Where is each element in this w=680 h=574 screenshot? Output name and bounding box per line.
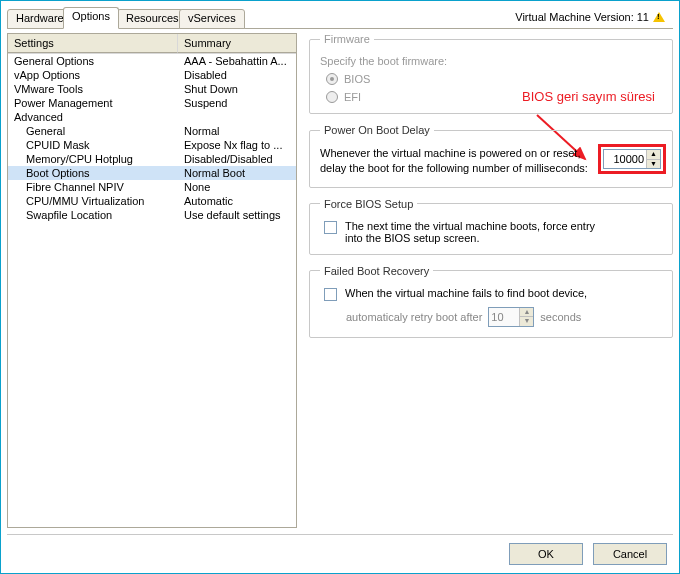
settings-row[interactable]: Swapfile LocationUse default settings — [8, 208, 296, 222]
force-bios-checkbox[interactable] — [324, 221, 337, 234]
settings-row[interactable]: vApp OptionsDisabled — [8, 68, 296, 82]
ok-button[interactable]: OK — [509, 543, 583, 565]
settings-row[interactable]: Fibre Channel NPIVNone — [8, 180, 296, 194]
force-bios-text: The next time the virtual machine boots,… — [345, 220, 605, 244]
boot-delay-up[interactable]: ▲ — [647, 150, 660, 160]
radio-efi-label: EFI — [344, 91, 361, 103]
tab-options[interactable]: Options — [63, 7, 119, 29]
failed-boot-seconds-label: seconds — [540, 311, 581, 323]
failed-boot-legend: Failed Boot Recovery — [320, 265, 433, 277]
settings-row-summary: Automatic — [178, 195, 296, 207]
settings-row-name: CPU/MMU Virtualization — [8, 195, 178, 207]
tab-vservices[interactable]: vServices — [179, 9, 245, 29]
boot-delay-down[interactable]: ▼ — [647, 160, 660, 169]
settings-list: Settings Summary General OptionsAAA - Se… — [7, 33, 297, 528]
settings-row-name: General Options — [8, 55, 178, 67]
radio-bios-label: BIOS — [344, 73, 370, 85]
cancel-button[interactable]: Cancel — [593, 543, 667, 565]
settings-row[interactable]: CPU/MMU VirtualizationAutomatic — [8, 194, 296, 208]
failed-boot-checkbox[interactable] — [324, 288, 337, 301]
failed-boot-spinner: ▲ ▼ — [488, 307, 534, 327]
settings-row[interactable]: Advanced — [8, 110, 296, 124]
boot-delay-highlight: ▲ ▼ — [598, 144, 666, 174]
warning-icon — [653, 12, 665, 22]
settings-row[interactable]: GeneralNormal — [8, 124, 296, 138]
settings-row-name: Advanced — [8, 111, 178, 123]
settings-row-summary: Shut Down — [178, 83, 296, 95]
settings-row-name: vApp Options — [8, 69, 178, 81]
settings-row[interactable]: Memory/CPU HotplugDisabled/Disabled — [8, 152, 296, 166]
settings-row-name: Boot Options — [8, 167, 178, 179]
failed-boot-up: ▲ — [520, 308, 533, 318]
settings-row-summary: Normal Boot — [178, 167, 296, 179]
failed-boot-retry-label: automaticaly retry boot after — [346, 311, 482, 323]
failed-boot-down: ▼ — [520, 317, 533, 326]
settings-row-name: VMware Tools — [8, 83, 178, 95]
radio-efi — [326, 91, 338, 103]
col-header-summary[interactable]: Summary — [178, 34, 296, 53]
boot-delay-spinner[interactable]: ▲ ▼ — [603, 149, 661, 169]
vm-version-label: Virtual Machine Version: 11 — [515, 11, 649, 23]
settings-row-name: CPUID Mask — [8, 139, 178, 151]
firmware-legend: Firmware — [320, 33, 374, 45]
col-header-settings[interactable]: Settings — [8, 34, 178, 53]
force-bios-legend: Force BIOS Setup — [320, 198, 417, 210]
settings-row-summary: Disabled — [178, 69, 296, 81]
boot-delay-text-1: Whenever the virtual machine is powered … — [320, 146, 588, 161]
firmware-specify-label: Specify the boot firmware: — [320, 55, 662, 67]
failed-boot-text: When the virtual machine fails to find b… — [345, 287, 587, 299]
settings-row-summary: None — [178, 181, 296, 193]
settings-row-summary — [178, 111, 296, 123]
boot-delay-group: Power On Boot Delay Whenever the virtual… — [309, 124, 673, 188]
settings-row-summary: Use default settings — [178, 209, 296, 221]
settings-row[interactable]: CPUID MaskExpose Nx flag to ... — [8, 138, 296, 152]
settings-row-summary: Disabled/Disabled — [178, 153, 296, 165]
settings-row-name: Memory/CPU Hotplug — [8, 153, 178, 165]
settings-row-summary: Normal — [178, 125, 296, 137]
settings-row[interactable]: VMware ToolsShut Down — [8, 82, 296, 96]
force-bios-group: Force BIOS Setup The next time the virtu… — [309, 198, 673, 255]
settings-row[interactable]: General OptionsAAA - Sebahattin A... — [8, 54, 296, 68]
settings-row[interactable]: Power ManagementSuspend — [8, 96, 296, 110]
settings-row[interactable]: Boot OptionsNormal Boot — [8, 166, 296, 180]
settings-row-name: Swapfile Location — [8, 209, 178, 221]
tab-resources[interactable]: Resources — [117, 9, 188, 29]
boot-delay-legend: Power On Boot Delay — [320, 124, 434, 136]
failed-boot-input — [489, 308, 519, 326]
radio-bios — [326, 73, 338, 85]
settings-row-summary: Suspend — [178, 97, 296, 109]
settings-row-summary: AAA - Sebahattin A... — [178, 55, 296, 67]
settings-row-name: Power Management — [8, 97, 178, 109]
settings-row-summary: Expose Nx flag to ... — [178, 139, 296, 151]
separator — [7, 534, 673, 535]
failed-boot-group: Failed Boot Recovery When the virtual ma… — [309, 265, 673, 338]
settings-row-name: Fibre Channel NPIV — [8, 181, 178, 193]
boot-delay-input[interactable] — [604, 150, 646, 168]
settings-row-name: General — [8, 125, 178, 137]
boot-delay-text-2: delay the boot for the following number … — [320, 161, 588, 176]
annotation-text: BIOS geri sayım süresi — [522, 89, 655, 104]
